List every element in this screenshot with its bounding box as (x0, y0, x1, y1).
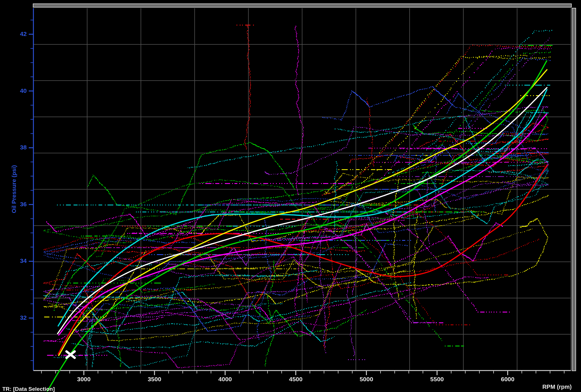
status-text: TR: [Data Selection] (2, 386, 55, 392)
x-tick-label: 3000 (71, 376, 97, 383)
horizontal-scrollbar[interactable] (33, 3, 572, 8)
y-tick-label: 38 (5, 144, 27, 151)
y-tick-label: 34 (5, 257, 27, 264)
chart-window: Oil Pressure (psi) RPM (rpm) TR: [Data S… (0, 0, 581, 392)
x-tick-label: 5500 (424, 376, 450, 383)
x-tick-label: 4000 (212, 376, 238, 383)
y-tick-label: 36 (5, 201, 27, 208)
y-tick-label: 42 (5, 30, 27, 37)
x-axis-title: RPM (rpm) (542, 384, 572, 390)
vertical-scrollbar[interactable] (572, 8, 576, 371)
x-tick-label: 3500 (141, 376, 168, 383)
x-tick-label: 4500 (283, 376, 309, 383)
y-tick-label: 40 (5, 87, 27, 94)
chart-plot-area[interactable] (0, 0, 581, 392)
x-tick-label: 5000 (353, 376, 379, 383)
y-tick-label: 32 (5, 314, 27, 321)
x-tick-label: 6000 (495, 376, 521, 383)
